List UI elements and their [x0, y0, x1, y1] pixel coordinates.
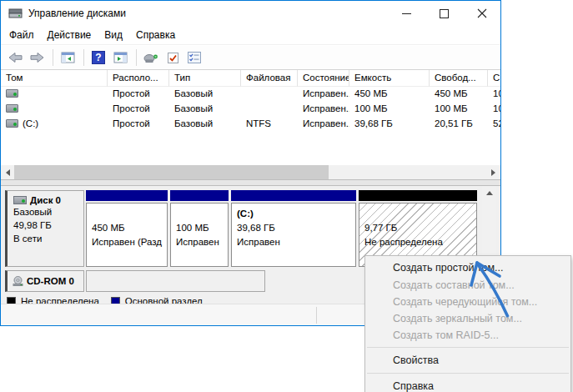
table-cell: Базовый: [169, 102, 241, 117]
checklist-icon: [188, 52, 201, 63]
pane-splitter[interactable]: [1, 179, 500, 186]
context-menu-item[interactable]: Свойства: [365, 351, 570, 369]
partition[interactable]: (C:)39,68 ГБИсправен: [231, 190, 356, 267]
column-header[interactable]: Состояние: [298, 70, 349, 87]
close-button[interactable]: [463, 1, 500, 26]
disk-name: Диск 0: [30, 195, 61, 205]
legend-swatch: [111, 297, 120, 304]
menu-bar: ФайлДействиеВидСправка: [1, 26, 500, 45]
table-cell: 52: [488, 117, 500, 132]
toolbar: ?: [1, 46, 500, 70]
rescan-disks-icon: [143, 53, 158, 63]
table-row[interactable]: ПростойБазовыйИсправен...450 МБ450 МБ10: [1, 87, 500, 102]
minimize-button[interactable]: [388, 1, 425, 26]
partition-name: [364, 207, 476, 221]
table-cell: Исправен...: [298, 117, 349, 132]
table-row[interactable]: ПростойБазовыйИсправен...100 МБ100 МБ10: [1, 102, 500, 117]
volume-icon: [6, 119, 18, 128]
table-cell: 450 МБ: [430, 87, 488, 102]
column-header[interactable]: Тип: [169, 70, 241, 87]
app-icon: [8, 8, 23, 19]
back-button[interactable]: [5, 48, 25, 67]
help-button[interactable]: ?: [88, 48, 108, 67]
checklist-button[interactable]: [184, 48, 204, 67]
horizontal-scrollbar[interactable]: [1, 165, 500, 179]
column-header[interactable]: Располо...: [108, 70, 169, 87]
forward-button[interactable]: [27, 48, 47, 67]
legend-item: Не распределена: [7, 296, 99, 304]
legend-item: Основной раздел: [111, 296, 203, 304]
partition-name: [92, 207, 167, 221]
partition-size: 450 МБ: [92, 221, 167, 235]
column-header[interactable]: Файловая: [241, 70, 298, 87]
cdrom-0-header[interactable]: CD-ROM 0: [5, 270, 84, 292]
table-cell: Базовый: [169, 87, 241, 102]
red-check-icon: [167, 52, 179, 64]
table-row[interactable]: (C:)ПростойБазовыйNTFSИсправен...39,68 Г…: [1, 117, 500, 132]
menubar-item-справка[interactable]: Справка: [129, 27, 182, 43]
volume-icon: [6, 89, 18, 98]
menubar-item-действие[interactable]: Действие: [41, 27, 98, 43]
volume-list: ТомРасполо...ТипФайловаяСостояниеЕмкость…: [1, 70, 500, 179]
context-menu-item: Создать зеркальный том...: [365, 310, 570, 327]
menubar-item-вид[interactable]: Вид: [98, 27, 129, 43]
menu-separator: [367, 373, 569, 374]
svg-text:?: ?: [95, 52, 101, 63]
action-pane-icon: [113, 52, 128, 63]
maximize-icon: [440, 9, 449, 18]
status-bar-divider: [316, 307, 317, 324]
partition-status: Исправен: [176, 235, 228, 249]
table-cell: [241, 102, 298, 117]
column-header[interactable]: Свобод...: [430, 70, 488, 87]
table-cell: Базовый: [169, 117, 241, 132]
column-header[interactable]: Том: [1, 70, 108, 87]
context-menu-item[interactable]: Создать простой том...: [365, 259, 570, 277]
context-menu-item: Создать том RAID-5...: [365, 327, 570, 344]
scroll-up-arrow[interactable]: [482, 186, 496, 200]
partition-color-bar: [86, 190, 168, 201]
check-disk-button[interactable]: [163, 48, 183, 67]
cdrom-media-area[interactable]: [86, 270, 265, 292]
table-cell: NTFS: [241, 117, 298, 132]
disk-type: Базовый: [13, 205, 80, 219]
legend-label: Основной раздел: [125, 296, 203, 304]
context-menu-item: Создать чередующийся том...: [365, 294, 570, 310]
scroll-left-arrow[interactable]: [1, 165, 15, 179]
partition[interactable]: 100 МБИсправен: [170, 190, 229, 267]
maximize-button[interactable]: [425, 1, 463, 26]
context-menu-item[interactable]: Справка: [365, 377, 570, 392]
title-bar: Управление дисками: [1, 1, 500, 26]
toolbar-separator: [136, 49, 137, 66]
scroll-right-arrow[interactable]: [486, 165, 500, 179]
partition-status: Исправен: [237, 235, 355, 249]
table-cell: 100 МБ: [430, 102, 488, 117]
partition[interactable]: 450 МБИсправен (Разд: [86, 190, 168, 267]
column-header[interactable]: Емкость: [349, 70, 430, 87]
partition-label-box[interactable]: 100 МБИсправен: [170, 203, 229, 267]
partition-size: 100 МБ: [176, 221, 228, 235]
rescan-disks-button[interactable]: [141, 48, 161, 67]
show-console-tree-button[interactable]: [58, 48, 78, 67]
table-cell: Исправен...: [298, 102, 349, 117]
partition-status: Не распределена: [364, 235, 476, 249]
disk-icon: [13, 196, 27, 204]
minimize-icon: [402, 9, 411, 18]
partition-label-box[interactable]: 450 МБИсправен (Разд: [86, 203, 168, 267]
legend: Не распределенаОсновной раздел: [7, 295, 214, 304]
horizontal-scroll-thumb[interactable]: [14, 165, 329, 179]
partition-size: 39,68 ГБ: [237, 221, 355, 235]
menubar-item-файл[interactable]: Файл: [3, 27, 41, 43]
close-icon: [477, 8, 487, 18]
column-header[interactable]: С: [488, 70, 500, 87]
legend-swatch: [7, 297, 16, 304]
table-cell: 10: [488, 87, 500, 102]
table-cell: 20,51 ГБ: [430, 117, 488, 132]
table-cell: 450 МБ: [349, 87, 430, 102]
disk-0-header[interactable]: Диск 0 Базовый 49,98 ГБ В сети: [5, 190, 84, 267]
show-action-pane-button[interactable]: [110, 48, 130, 67]
table-cell: Простой: [108, 102, 169, 117]
context-menu: Создать простой том...Создать составной …: [364, 255, 571, 392]
partition-label-box[interactable]: (C:)39,68 ГБИсправен: [231, 203, 356, 267]
partition-status: Исправен (Разд: [92, 235, 167, 249]
menu-separator: [367, 347, 569, 348]
